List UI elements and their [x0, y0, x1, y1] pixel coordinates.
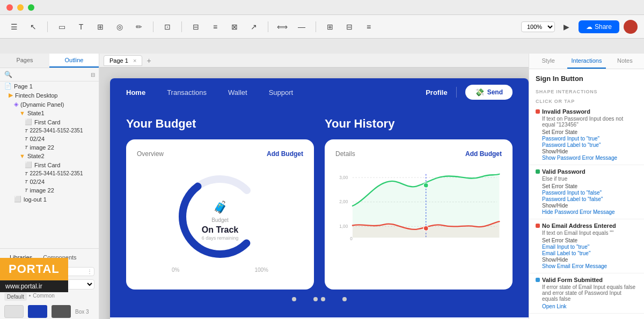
link-tool[interactable]: ⟺: [275, 19, 290, 34]
click-or-tap-label: CLICK OR TAP: [529, 95, 644, 105]
budget-title: Your Budget: [126, 117, 314, 131]
add-budget-link[interactable]: Add Budget: [267, 150, 303, 158]
align-left-tool[interactable]: ⊞: [323, 19, 338, 34]
right-panel-title: Sign In Button: [529, 69, 644, 86]
svg-text:🧳: 🧳: [213, 200, 228, 214]
zoom-selector[interactable]: 100%: [521, 21, 555, 32]
trigger-invalid-password: Invalid Password: [536, 108, 638, 115]
action-password-input-false: Password Input to "false": [536, 190, 638, 196]
dot-4[interactable]: [321, 297, 325, 301]
sep1: [47, 21, 48, 32]
dot-3[interactable]: [313, 297, 318, 301]
text-tool[interactable]: T: [74, 19, 89, 34]
dot-2[interactable]: [299, 297, 310, 301]
sidebar-tabs: Pages Outline: [0, 54, 99, 68]
gauge-max: 100%: [254, 267, 268, 273]
distribute-tool[interactable]: ≡: [208, 19, 223, 34]
dot-1[interactable]: [292, 297, 296, 301]
sep4: [268, 21, 268, 32]
tree-state2[interactable]: ▼ State2: [0, 152, 99, 160]
content-row: Your Budget Overview Add Budget: [126, 117, 513, 290]
component-preview-1[interactable]: [4, 305, 24, 318]
nav-home[interactable]: Home: [126, 88, 145, 97]
portal-url: www.portal.ir: [0, 280, 68, 292]
tree-card-number-2[interactable]: T 2225-3441-5152-2351: [0, 169, 99, 177]
page-tab-close[interactable]: ×: [133, 57, 136, 64]
action-hide-error-msg: Hide Password Error Message: [536, 209, 638, 215]
export-tool[interactable]: ↗: [246, 19, 261, 34]
tab-style[interactable]: Style: [529, 54, 567, 69]
tree-card-number-1[interactable]: T 2225-3441-5152-2351: [0, 127, 99, 135]
page-tab-1[interactable]: Page 1 ×: [104, 55, 142, 66]
component-preview-2[interactable]: [28, 305, 47, 318]
nav-support[interactable]: Support: [269, 88, 294, 97]
close-button[interactable]: [6, 4, 13, 11]
dot-5[interactable]: [328, 297, 339, 301]
add-history-link[interactable]: Add Budget: [465, 150, 502, 158]
filter-icon[interactable]: ⊟: [91, 72, 95, 78]
tab-pages[interactable]: Pages: [0, 54, 49, 68]
svg-point-15: [423, 226, 428, 231]
tree-page1[interactable]: 📄 Page 1: [0, 81, 99, 91]
nav-transactions[interactable]: Transactions: [167, 88, 207, 97]
image-tool[interactable]: ⊞: [93, 19, 108, 34]
menu-button[interactable]: ☰: [6, 19, 21, 34]
shape-tool[interactable]: ◎: [112, 19, 127, 34]
tree-first-card-2[interactable]: ⬜ First Card: [0, 160, 99, 169]
nav-wallet[interactable]: Wallet: [228, 88, 247, 97]
align-right-tool[interactable]: ≡: [361, 19, 376, 34]
component-preview-3[interactable]: [52, 305, 71, 318]
history-card: Details Add Budget 3,00 2,00 1,: [325, 139, 513, 290]
tree-fintech-desktop[interactable]: ▶ Fintech Desktop: [0, 91, 99, 100]
play-button[interactable]: ▶: [559, 19, 574, 34]
canvas-area: Home Transactions Wallet Support Profile…: [99, 68, 529, 319]
tab-interactions[interactable]: Interactions: [567, 54, 605, 69]
minimize-button[interactable]: [17, 4, 24, 11]
align-center-tool[interactable]: ⊟: [342, 19, 357, 34]
svg-text:1,00: 1,00: [339, 224, 348, 229]
rectangle-tool[interactable]: ▭: [54, 19, 69, 34]
tree-dynamic-panel[interactable]: ◈ (Dynamic Panel): [0, 100, 99, 109]
tree-state1[interactable]: ▼ State1: [0, 109, 99, 117]
interaction-invalid-password: Invalid Password If text on Password Inp…: [529, 105, 644, 165]
tree-image-2[interactable]: T image 22: [0, 186, 99, 195]
search-icon: 🔍: [4, 71, 12, 78]
tree-date-1[interactable]: T 02/24: [0, 135, 99, 143]
text-icon: T: [25, 136, 28, 142]
svg-text:Budget: Budget: [211, 217, 229, 223]
tab-notes[interactable]: Notes: [606, 54, 644, 69]
app-canvas: Home Transactions Wallet Support Profile…: [110, 78, 529, 319]
lib-tag-default[interactable]: Default: [4, 293, 27, 301]
tree-date-2[interactable]: T 02/24: [0, 177, 99, 186]
history-card-label: Details: [335, 150, 355, 158]
pen-tool[interactable]: ✏: [131, 19, 147, 34]
share-button[interactable]: ☁ Share: [579, 20, 619, 33]
crop-tool[interactable]: ⊠: [227, 19, 242, 34]
dot-6[interactable]: [342, 297, 347, 301]
send-button[interactable]: 💸 Send: [465, 85, 513, 100]
search-input[interactable]: [14, 71, 89, 78]
dot-red-1: [536, 109, 540, 114]
folder-icon: ▶: [9, 92, 13, 99]
add-page-btn[interactable]: +: [147, 56, 151, 65]
action-show-error-msg: Show Password Error Message: [536, 155, 638, 161]
toolbar: ☰ ↖ ▭ T ⊞ ◎ ✏ ⊡ ⊟ ≡ ⊠ ↗ ⟺ — ⊞ ⊟ ≡ 100% ▶…: [0, 15, 644, 39]
align-tool[interactable]: ⊟: [188, 19, 203, 34]
nav-profile[interactable]: Profile: [426, 88, 447, 97]
minus-tool[interactable]: —: [294, 19, 309, 34]
tree-first-card-1[interactable]: ⬜ First Card: [0, 117, 99, 127]
lib-tag-common[interactable]: Common: [33, 293, 55, 301]
tree-logout[interactable]: ⬜ log-out 1: [0, 195, 99, 204]
action-set-error: Set Error State: [536, 129, 638, 135]
action-set-error-2: Set Error State: [536, 183, 638, 189]
budget-card-header: Overview Add Budget: [137, 150, 303, 158]
lib-filter-icon[interactable]: ⋮: [87, 269, 92, 275]
lib-tags: Default • Common: [4, 293, 94, 301]
sep5: [316, 21, 316, 32]
tree-image-1[interactable]: T image 22: [0, 143, 99, 152]
tab-outline[interactable]: Outline: [49, 54, 99, 68]
maximize-button[interactable]: [28, 4, 34, 11]
component-tool[interactable]: ⊡: [160, 19, 175, 34]
select-tool[interactable]: ↖: [26, 19, 41, 34]
action-email-label-true: Email Label to "true": [536, 250, 638, 256]
